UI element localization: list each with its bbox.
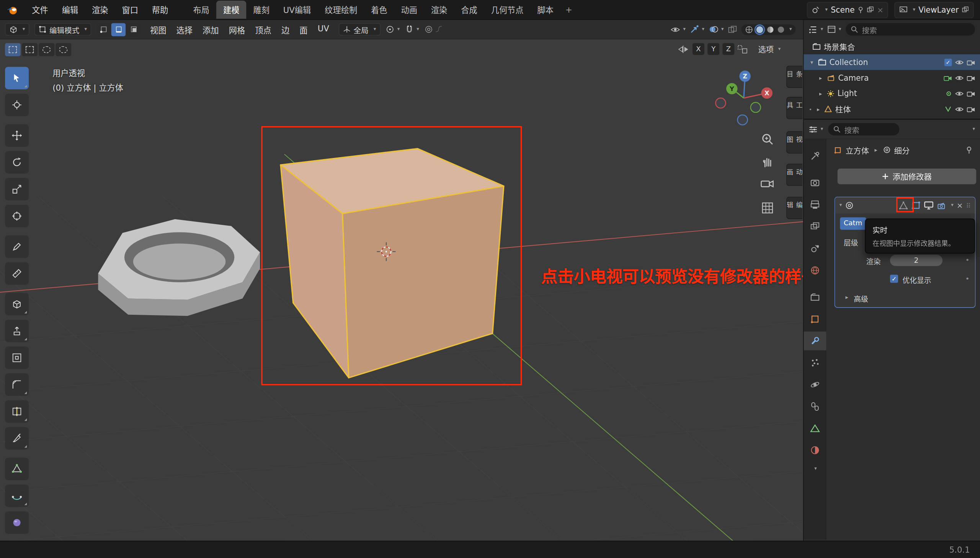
tab-tool[interactable] bbox=[804, 147, 826, 166]
material-shading-icon[interactable] bbox=[766, 25, 774, 33]
pin-icon[interactable] bbox=[858, 6, 864, 14]
visibility-dropdown[interactable]: ▾ bbox=[671, 26, 686, 33]
box-select-mode-button[interactable] bbox=[22, 43, 38, 56]
gizmos-dropdown[interactable]: ▾ bbox=[690, 25, 704, 34]
workspace-tab-texture-paint[interactable]: 纹理绘制 bbox=[318, 1, 364, 19]
collapse-icon[interactable]: ▾ bbox=[840, 203, 842, 208]
tool-bevel[interactable] bbox=[5, 373, 29, 396]
animate-dot-icon[interactable]: • bbox=[965, 256, 970, 264]
outliner-search-input[interactable]: 搜索 bbox=[846, 23, 975, 36]
add-modifier-button[interactable]: 添加修改器 bbox=[838, 169, 976, 184]
workspace-tab-sculpting[interactable]: 雕刻 bbox=[246, 1, 276, 19]
workspace-tab-geometry-nodes[interactable]: 几何节点 bbox=[484, 1, 530, 19]
overlays-dropdown[interactable]: ▾ bbox=[708, 26, 723, 33]
solid-shading-icon[interactable] bbox=[756, 25, 764, 33]
disable-render-camera-icon[interactable] bbox=[967, 75, 975, 81]
tool-spin[interactable] bbox=[5, 484, 29, 507]
render-levels-field[interactable]: 2 bbox=[890, 255, 942, 266]
modifier-extras-dropdown[interactable]: ▾ bbox=[951, 203, 954, 208]
xray-toggle[interactable] bbox=[728, 26, 737, 33]
tabs-overflow-chevron[interactable]: ▾ bbox=[814, 466, 817, 471]
blender-logo[interactable] bbox=[6, 5, 19, 15]
remove-modifier-button[interactable]: × bbox=[957, 201, 963, 210]
mirror-z-button[interactable]: Z bbox=[722, 43, 734, 55]
realtime-display-toggle-icon[interactable] bbox=[923, 201, 933, 210]
tool-transform[interactable] bbox=[5, 205, 29, 228]
workspace-tab-rendering[interactable]: 渲染 bbox=[424, 1, 454, 19]
editor-type-button[interactable]: ▾ bbox=[5, 23, 30, 36]
pan-tool[interactable] bbox=[760, 156, 775, 168]
menu-edge[interactable]: 边 bbox=[277, 21, 294, 37]
outliner-editor-type-button[interactable]: ▾ bbox=[809, 25, 824, 33]
washer-object[interactable] bbox=[98, 219, 260, 316]
tab-view-layer[interactable] bbox=[804, 217, 826, 236]
tool-rotate[interactable] bbox=[5, 151, 29, 174]
tool-move[interactable] bbox=[5, 124, 29, 147]
collection-checkbox[interactable]: ✓ bbox=[944, 59, 952, 66]
menu-vertex[interactable]: 顶点 bbox=[251, 21, 276, 37]
gizmo-minus-x-ball[interactable] bbox=[715, 98, 725, 108]
expand-icon[interactable]: ▸ bbox=[818, 90, 824, 96]
ortho-perspective-toggle[interactable] bbox=[760, 202, 775, 214]
options-dropdown[interactable]: 选项 ▾ bbox=[758, 43, 781, 55]
sidebar-tab-view[interactable]: 视图 bbox=[786, 131, 802, 154]
tool-annotate[interactable] bbox=[5, 236, 29, 258]
tab-particles[interactable] bbox=[804, 353, 826, 372]
animate-dot-icon[interactable]: • bbox=[965, 275, 970, 282]
tab-physics[interactable] bbox=[804, 375, 826, 394]
hide-eye-icon[interactable] bbox=[955, 75, 964, 81]
workspace-tab-shading[interactable]: 着色 bbox=[364, 1, 394, 19]
workspace-tab-compositing[interactable]: 合成 bbox=[454, 1, 484, 19]
menu-file[interactable]: 文件 bbox=[26, 1, 54, 18]
zoom-tool[interactable] bbox=[760, 133, 775, 146]
edge-select-button[interactable] bbox=[111, 23, 126, 36]
tab-modifiers[interactable] bbox=[804, 332, 826, 350]
modifier-name-field[interactable]: Catm bbox=[840, 217, 866, 230]
mirror-x-button[interactable]: X bbox=[692, 43, 704, 55]
tool-poly-build[interactable] bbox=[5, 458, 29, 480]
advanced-label[interactable]: 高级 bbox=[854, 293, 868, 303]
tool-smooth[interactable] bbox=[5, 511, 29, 534]
transform-orientation-selector[interactable]: 全局 ▾ bbox=[338, 23, 380, 36]
breadcrumb-object[interactable]: 立方体 bbox=[846, 144, 869, 156]
mode-selector[interactable]: 编辑模式 ▾ bbox=[35, 23, 92, 36]
menu-select[interactable]: 选择 bbox=[172, 21, 197, 37]
outliner-row-cylinder[interactable]: • ▸ 柱体 bbox=[804, 101, 980, 117]
menu-render[interactable]: 渲染 bbox=[86, 1, 114, 18]
camera-view-toggle[interactable] bbox=[760, 179, 775, 189]
hide-eye-icon[interactable] bbox=[955, 90, 964, 96]
snap-toggle-button[interactable]: ▾ bbox=[405, 25, 419, 34]
gizmo-minus-z-ball[interactable] bbox=[738, 115, 748, 125]
navigation-gizmo[interactable]: Z Y X bbox=[706, 64, 787, 139]
outliner-display-mode-button[interactable]: ▾ bbox=[828, 26, 842, 33]
tab-object-data[interactable] bbox=[804, 419, 826, 438]
tab-render[interactable] bbox=[804, 174, 826, 192]
collapse-icon[interactable]: ▾ bbox=[809, 59, 815, 65]
optimal-display-checkbox[interactable]: ✓ bbox=[890, 275, 898, 282]
add-workspace-button[interactable]: + bbox=[560, 2, 577, 18]
advanced-expand-icon[interactable]: ▸ bbox=[844, 294, 850, 300]
workspace-tab-uv-editing[interactable]: UV编辑 bbox=[277, 1, 318, 19]
properties-search-input[interactable]: 搜索 bbox=[828, 123, 899, 136]
mirror-y-button[interactable]: Y bbox=[707, 43, 719, 55]
face-select-button[interactable] bbox=[126, 23, 141, 36]
sidebar-tab-item[interactable]: 条目 bbox=[786, 66, 802, 88]
drag-handle-icon[interactable]: ⠿ bbox=[966, 202, 971, 209]
workspace-tab-layout[interactable]: 布局 bbox=[186, 1, 216, 19]
viewlayer-selector[interactable]: ▾ ViewLayer bbox=[894, 2, 974, 18]
tool-add-cube[interactable] bbox=[5, 293, 29, 315]
delete-scene-icon[interactable]: × bbox=[877, 5, 883, 14]
menu-add[interactable]: 添加 bbox=[198, 21, 223, 37]
tab-output[interactable] bbox=[804, 195, 826, 214]
menu-face[interactable]: 面 bbox=[295, 21, 312, 37]
render-toggle-icon[interactable] bbox=[937, 202, 946, 210]
disable-render-camera-icon[interactable] bbox=[967, 59, 975, 65]
tweak-mode-button[interactable] bbox=[5, 43, 21, 56]
pin-icon[interactable] bbox=[965, 146, 972, 154]
tool-loop-cut[interactable] bbox=[5, 400, 29, 423]
tool-cursor[interactable] bbox=[5, 94, 29, 116]
properties-options-dropdown[interactable]: ▾ bbox=[972, 126, 975, 131]
proportional-edit-button[interactable] bbox=[424, 25, 443, 34]
expand-icon[interactable]: ▸ bbox=[818, 75, 824, 81]
menu-uv[interactable]: UV bbox=[313, 21, 333, 37]
